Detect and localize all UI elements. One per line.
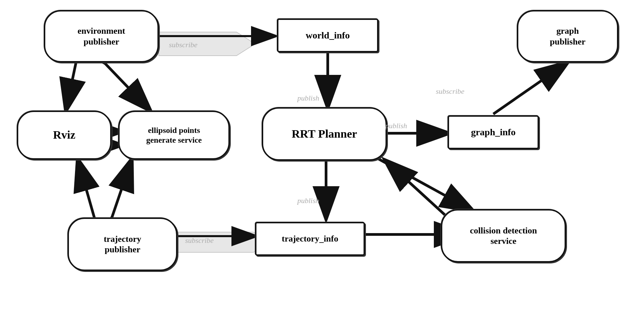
svg-line-17 (78, 159, 95, 219)
subscribe-label-env: subscribe (169, 40, 197, 49)
ellipsoid-label: ellipsoid points generate service (146, 125, 202, 145)
trajectory-publisher-label: trajectory publisher (104, 234, 141, 255)
rviz-label: Rviz (53, 128, 75, 142)
collision-detection-node: collision detection service (441, 209, 566, 262)
svg-line-13 (493, 62, 568, 114)
svg-line-19 (372, 155, 473, 211)
subscribe-label-graph: subscribe (436, 87, 464, 96)
rrt-planner-label: RRT Planner (292, 127, 357, 141)
graph-info-label: graph_info (471, 127, 516, 138)
svg-line-7 (66, 62, 76, 111)
world-info-node: world_info (277, 19, 378, 52)
svg-line-18 (112, 159, 132, 219)
svg-line-8 (104, 62, 150, 111)
collision-detection-label: collision detection service (470, 225, 537, 246)
publish-label-world: publish (297, 94, 319, 103)
environment-publisher-node: environment publisher (44, 10, 159, 62)
publish-label-graph: publish (385, 121, 407, 130)
graph-publisher-label: graph publisher (550, 26, 586, 47)
rviz-node: Rviz (17, 111, 112, 160)
graph-publisher-node: graph publisher (517, 10, 618, 62)
diagram: environment publisher world_info graph p… (0, 0, 644, 309)
publish-label-traj: publish (297, 196, 319, 205)
trajectory-info-node: trajectory_info (255, 222, 365, 256)
trajectory-publisher-node: trajectory publisher (68, 218, 177, 271)
trajectory-info-label: trajectory_info (282, 233, 338, 244)
world-info-label: world_info (306, 30, 350, 41)
subscribe-label-traj: subscribe (185, 236, 214, 245)
rrt-planner-node: RRT Planner (262, 107, 387, 161)
graph-info-node: graph_info (448, 115, 539, 149)
environment-publisher-label: environment publisher (77, 26, 125, 47)
ellipsoid-node: ellipsoid points generate service (118, 111, 230, 160)
